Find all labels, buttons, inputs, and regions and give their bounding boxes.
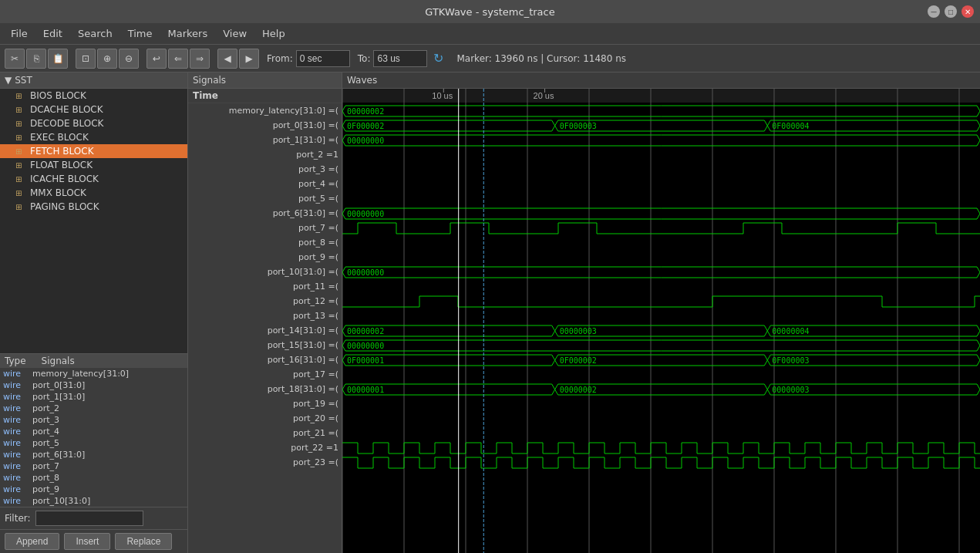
tree-node-icon: ⊞ xyxy=(15,203,28,211)
menu-help[interactable]: Help xyxy=(254,26,293,41)
cut-button[interactable]: ✂ xyxy=(5,49,25,69)
to-input[interactable] xyxy=(373,50,427,67)
signal-name-row: port_5 =( xyxy=(188,191,342,206)
list-item[interactable]: wire port_7 xyxy=(0,460,187,472)
list-item[interactable]: wire port_8 xyxy=(0,472,187,484)
signal-name-row: port_12 =( xyxy=(188,294,342,309)
menu-file[interactable]: File xyxy=(3,26,35,41)
tree-item-exec[interactable]: ⊞ EXEC BLOCK xyxy=(0,130,187,144)
nav-right-button[interactable]: ▶ xyxy=(239,49,259,69)
to-label: To: xyxy=(358,53,371,64)
signals-col-time: Time xyxy=(188,89,342,103)
signals-panel: Type Signals wire memory_latency[31:0] w… xyxy=(0,353,187,507)
waves-header: Waves xyxy=(342,72,980,89)
copy-button[interactable]: ⎘ xyxy=(26,49,46,69)
menu-search[interactable]: Search xyxy=(70,26,120,41)
waves-canvas[interactable] xyxy=(342,89,980,553)
signal-name-row: port_19 =( xyxy=(188,396,342,411)
tree-node-icon: ⊞ xyxy=(15,120,28,128)
signal-name-row: port_3 =( xyxy=(188,162,342,177)
replace-button[interactable]: Replace xyxy=(115,533,172,550)
filter-input[interactable] xyxy=(35,511,143,526)
from-group: From: xyxy=(267,50,350,67)
zoom-in-button[interactable]: ⊕ xyxy=(97,49,117,69)
maximize-button[interactable]: □ xyxy=(945,5,957,18)
signal-name-row: port_21 =( xyxy=(188,426,342,440)
zoom-out-button[interactable]: ⊖ xyxy=(119,49,139,69)
marker-info: Marker: 13960 ns | Cursor: 11480 ns xyxy=(456,53,626,64)
signal-name-row: port_13 =( xyxy=(188,309,342,323)
signal-name-row: port_17 =( xyxy=(188,367,342,382)
list-item[interactable]: wire port_4 xyxy=(0,426,187,437)
tree-item-float[interactable]: ⊞ FLOAT BLOCK xyxy=(0,158,187,172)
refresh-button[interactable]: ↻ xyxy=(429,49,447,68)
left-panel: ▼ SST ⊞ BIOS BLOCK ⊞ DCACHE BLOCK ⊞ DECO… xyxy=(0,72,188,553)
signal-name-row: port_4 =( xyxy=(188,177,342,191)
signal-name-row: port_11 =( xyxy=(188,279,342,294)
tree-node-icon: ⊞ xyxy=(15,147,28,156)
waves-panel: Waves xyxy=(342,72,980,553)
list-item[interactable]: wire memory_latency[31:0] xyxy=(0,368,187,379)
close-button[interactable]: ✕ xyxy=(961,5,974,18)
signal-name-row: port_9 =( xyxy=(188,250,342,265)
signal-name-row: port_6[31:0] =( xyxy=(188,206,342,221)
type-signals-header: Type Signals xyxy=(0,354,187,368)
main-content: ▼ SST ⊞ BIOS BLOCK ⊞ DCACHE BLOCK ⊞ DECO… xyxy=(0,72,980,553)
prev-marker-button[interactable]: ⇐ xyxy=(168,49,188,69)
tree-item-bios[interactable]: ⊞ BIOS BLOCK xyxy=(0,89,187,103)
signals-list[interactable]: wire memory_latency[31:0] wire port_0[31… xyxy=(0,368,187,507)
from-input[interactable] xyxy=(296,50,350,67)
titlebar-controls: ─ □ ✕ xyxy=(928,5,974,18)
sst-header: ▼ SST xyxy=(0,72,187,89)
list-item[interactable]: wire port_5 xyxy=(0,437,187,449)
tree-item-icache[interactable]: ⊞ ICACHE BLOCK xyxy=(0,172,187,186)
tree-node-icon: ⊞ xyxy=(15,161,28,170)
list-item[interactable]: wire port_1[31:0] xyxy=(0,391,187,403)
tree-item-decode[interactable]: ⊞ DECODE BLOCK xyxy=(0,116,187,130)
sst-arrow-icon: ▼ xyxy=(5,75,12,86)
list-item[interactable]: wire port_9 xyxy=(0,484,187,495)
list-item[interactable]: wire port_10[31:0] xyxy=(0,495,187,507)
signal-name-row: port_1[31:0] =( xyxy=(188,133,342,147)
insert-button[interactable]: Insert xyxy=(64,533,110,550)
list-item[interactable]: wire port_0[31:0] xyxy=(0,379,187,391)
signal-name-row: port_20 =( xyxy=(188,411,342,426)
menubar: File Edit Search Time Markers View Help xyxy=(0,23,980,45)
signal-name-row: port_10[31:0] =( xyxy=(188,265,342,279)
menu-edit[interactable]: Edit xyxy=(35,26,70,41)
tree-node-icon: ⊞ xyxy=(15,175,28,184)
list-item[interactable]: wire port_3 xyxy=(0,414,187,426)
undo-button[interactable]: ↩ xyxy=(146,49,167,69)
signal-name-row: port_14[31:0] =( xyxy=(188,323,342,338)
signals-column: Signals Time memory_latency[31:0] =( por… xyxy=(188,72,342,553)
to-group: To: xyxy=(358,50,428,67)
nav-left-button[interactable]: ◀ xyxy=(217,49,237,69)
filter-label: Filter: xyxy=(5,513,31,524)
signal-name-row: port_15[31:0] =( xyxy=(188,338,342,352)
tree-item-paging[interactable]: ⊞ PAGING BLOCK xyxy=(0,200,187,214)
minimize-button[interactable]: ─ xyxy=(928,5,940,18)
filter-row: Filter: xyxy=(0,507,187,529)
tree-node-icon: ⊞ xyxy=(15,106,28,114)
list-item[interactable]: wire port_6[31:0] xyxy=(0,449,187,460)
signal-name-row: port_23 =( xyxy=(188,455,342,470)
next-marker-button[interactable]: ⇒ xyxy=(190,49,210,69)
tree-item-dcache[interactable]: ⊞ DCACHE BLOCK xyxy=(0,103,187,116)
signal-name-row: port_22 =1 xyxy=(188,440,342,455)
zoom-fit-button[interactable]: ⊡ xyxy=(76,49,96,69)
sst-tree[interactable]: ⊞ BIOS BLOCK ⊞ DCACHE BLOCK ⊞ DECODE BLO… xyxy=(0,89,187,353)
menu-view[interactable]: View xyxy=(215,26,254,41)
tree-node-icon: ⊞ xyxy=(15,133,28,142)
title-text: GTKWave - systemc_trace xyxy=(425,6,554,18)
list-item[interactable]: wire port_2 xyxy=(0,403,187,414)
tree-item-mmx[interactable]: ⊞ MMX BLOCK xyxy=(0,186,187,200)
paste-button[interactable]: 📋 xyxy=(48,49,68,69)
signals-col-header: Signals xyxy=(188,72,342,89)
signal-name-row: port_18[31:0] =( xyxy=(188,382,342,396)
tree-node-icon: ⊞ xyxy=(15,92,28,100)
append-button[interactable]: Append xyxy=(5,533,59,550)
tree-item-fetch[interactable]: ⊞ FETCH BLOCK xyxy=(0,144,187,158)
menu-time[interactable]: Time xyxy=(120,26,160,41)
menu-markers[interactable]: Markers xyxy=(160,26,215,41)
signal-name-row: port_8 =( xyxy=(188,235,342,250)
